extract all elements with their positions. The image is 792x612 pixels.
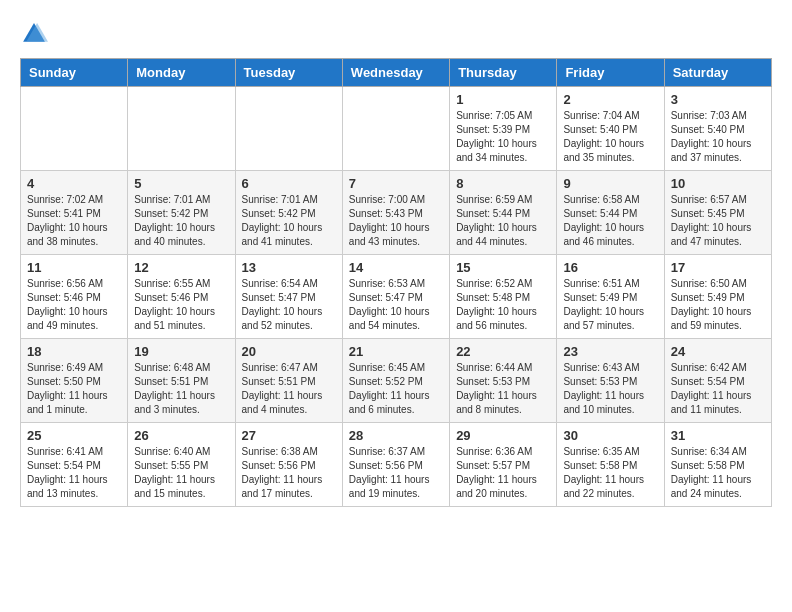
day-info: Sunrise: 6:41 AM Sunset: 5:54 PM Dayligh… — [27, 445, 121, 501]
calendar-week-row: 11Sunrise: 6:56 AM Sunset: 5:46 PM Dayli… — [21, 255, 772, 339]
day-number: 20 — [242, 344, 336, 359]
calendar-cell: 2Sunrise: 7:04 AM Sunset: 5:40 PM Daylig… — [557, 87, 664, 171]
day-number: 4 — [27, 176, 121, 191]
day-number: 17 — [671, 260, 765, 275]
day-number: 15 — [456, 260, 550, 275]
calendar-cell: 29Sunrise: 6:36 AM Sunset: 5:57 PM Dayli… — [450, 423, 557, 507]
day-info: Sunrise: 7:04 AM Sunset: 5:40 PM Dayligh… — [563, 109, 657, 165]
day-info: Sunrise: 6:36 AM Sunset: 5:57 PM Dayligh… — [456, 445, 550, 501]
day-number: 5 — [134, 176, 228, 191]
day-number: 18 — [27, 344, 121, 359]
calendar-cell: 3Sunrise: 7:03 AM Sunset: 5:40 PM Daylig… — [664, 87, 771, 171]
day-number: 3 — [671, 92, 765, 107]
day-number: 11 — [27, 260, 121, 275]
day-number: 22 — [456, 344, 550, 359]
day-info: Sunrise: 7:02 AM Sunset: 5:41 PM Dayligh… — [27, 193, 121, 249]
calendar-cell: 27Sunrise: 6:38 AM Sunset: 5:56 PM Dayli… — [235, 423, 342, 507]
day-number: 24 — [671, 344, 765, 359]
day-number: 31 — [671, 428, 765, 443]
calendar-cell: 23Sunrise: 6:43 AM Sunset: 5:53 PM Dayli… — [557, 339, 664, 423]
day-info: Sunrise: 6:56 AM Sunset: 5:46 PM Dayligh… — [27, 277, 121, 333]
calendar-cell: 20Sunrise: 6:47 AM Sunset: 5:51 PM Dayli… — [235, 339, 342, 423]
calendar-cell — [128, 87, 235, 171]
day-info: Sunrise: 6:38 AM Sunset: 5:56 PM Dayligh… — [242, 445, 336, 501]
day-info: Sunrise: 6:51 AM Sunset: 5:49 PM Dayligh… — [563, 277, 657, 333]
day-info: Sunrise: 7:01 AM Sunset: 5:42 PM Dayligh… — [134, 193, 228, 249]
day-number: 14 — [349, 260, 443, 275]
calendar-cell: 21Sunrise: 6:45 AM Sunset: 5:52 PM Dayli… — [342, 339, 449, 423]
day-info: Sunrise: 7:03 AM Sunset: 5:40 PM Dayligh… — [671, 109, 765, 165]
page-header — [20, 20, 772, 48]
day-number: 27 — [242, 428, 336, 443]
day-info: Sunrise: 7:05 AM Sunset: 5:39 PM Dayligh… — [456, 109, 550, 165]
calendar-cell: 30Sunrise: 6:35 AM Sunset: 5:58 PM Dayli… — [557, 423, 664, 507]
calendar-week-row: 1Sunrise: 7:05 AM Sunset: 5:39 PM Daylig… — [21, 87, 772, 171]
calendar-cell: 10Sunrise: 6:57 AM Sunset: 5:45 PM Dayli… — [664, 171, 771, 255]
day-number: 30 — [563, 428, 657, 443]
weekday-header: Saturday — [664, 59, 771, 87]
logo-icon — [20, 20, 48, 48]
day-info: Sunrise: 6:47 AM Sunset: 5:51 PM Dayligh… — [242, 361, 336, 417]
day-number: 7 — [349, 176, 443, 191]
weekday-header: Monday — [128, 59, 235, 87]
logo — [20, 20, 54, 48]
calendar-week-row: 4Sunrise: 7:02 AM Sunset: 5:41 PM Daylig… — [21, 171, 772, 255]
weekday-header: Sunday — [21, 59, 128, 87]
calendar-cell: 18Sunrise: 6:49 AM Sunset: 5:50 PM Dayli… — [21, 339, 128, 423]
day-info: Sunrise: 6:42 AM Sunset: 5:54 PM Dayligh… — [671, 361, 765, 417]
day-number: 9 — [563, 176, 657, 191]
calendar-week-row: 18Sunrise: 6:49 AM Sunset: 5:50 PM Dayli… — [21, 339, 772, 423]
day-info: Sunrise: 6:48 AM Sunset: 5:51 PM Dayligh… — [134, 361, 228, 417]
day-number: 26 — [134, 428, 228, 443]
calendar-cell: 7Sunrise: 7:00 AM Sunset: 5:43 PM Daylig… — [342, 171, 449, 255]
day-info: Sunrise: 6:49 AM Sunset: 5:50 PM Dayligh… — [27, 361, 121, 417]
calendar-cell: 1Sunrise: 7:05 AM Sunset: 5:39 PM Daylig… — [450, 87, 557, 171]
day-number: 13 — [242, 260, 336, 275]
calendar-cell: 25Sunrise: 6:41 AM Sunset: 5:54 PM Dayli… — [21, 423, 128, 507]
calendar-cell — [235, 87, 342, 171]
calendar-cell: 9Sunrise: 6:58 AM Sunset: 5:44 PM Daylig… — [557, 171, 664, 255]
calendar-cell — [342, 87, 449, 171]
day-number: 29 — [456, 428, 550, 443]
day-number: 1 — [456, 92, 550, 107]
calendar-cell: 11Sunrise: 6:56 AM Sunset: 5:46 PM Dayli… — [21, 255, 128, 339]
calendar-cell: 26Sunrise: 6:40 AM Sunset: 5:55 PM Dayli… — [128, 423, 235, 507]
calendar-cell: 28Sunrise: 6:37 AM Sunset: 5:56 PM Dayli… — [342, 423, 449, 507]
day-number: 12 — [134, 260, 228, 275]
day-info: Sunrise: 6:35 AM Sunset: 5:58 PM Dayligh… — [563, 445, 657, 501]
day-number: 19 — [134, 344, 228, 359]
day-info: Sunrise: 6:50 AM Sunset: 5:49 PM Dayligh… — [671, 277, 765, 333]
day-number: 25 — [27, 428, 121, 443]
calendar-cell: 8Sunrise: 6:59 AM Sunset: 5:44 PM Daylig… — [450, 171, 557, 255]
calendar-cell: 15Sunrise: 6:52 AM Sunset: 5:48 PM Dayli… — [450, 255, 557, 339]
calendar-cell: 17Sunrise: 6:50 AM Sunset: 5:49 PM Dayli… — [664, 255, 771, 339]
calendar-cell: 22Sunrise: 6:44 AM Sunset: 5:53 PM Dayli… — [450, 339, 557, 423]
calendar-cell: 19Sunrise: 6:48 AM Sunset: 5:51 PM Dayli… — [128, 339, 235, 423]
weekday-header: Tuesday — [235, 59, 342, 87]
calendar-cell: 12Sunrise: 6:55 AM Sunset: 5:46 PM Dayli… — [128, 255, 235, 339]
calendar-cell: 6Sunrise: 7:01 AM Sunset: 5:42 PM Daylig… — [235, 171, 342, 255]
calendar-table: SundayMondayTuesdayWednesdayThursdayFrid… — [20, 58, 772, 507]
calendar-cell: 31Sunrise: 6:34 AM Sunset: 5:58 PM Dayli… — [664, 423, 771, 507]
day-number: 21 — [349, 344, 443, 359]
day-info: Sunrise: 6:43 AM Sunset: 5:53 PM Dayligh… — [563, 361, 657, 417]
day-info: Sunrise: 6:59 AM Sunset: 5:44 PM Dayligh… — [456, 193, 550, 249]
calendar-header-row: SundayMondayTuesdayWednesdayThursdayFrid… — [21, 59, 772, 87]
day-number: 23 — [563, 344, 657, 359]
calendar-cell: 5Sunrise: 7:01 AM Sunset: 5:42 PM Daylig… — [128, 171, 235, 255]
day-number: 10 — [671, 176, 765, 191]
day-info: Sunrise: 6:40 AM Sunset: 5:55 PM Dayligh… — [134, 445, 228, 501]
day-number: 6 — [242, 176, 336, 191]
day-info: Sunrise: 7:00 AM Sunset: 5:43 PM Dayligh… — [349, 193, 443, 249]
day-info: Sunrise: 7:01 AM Sunset: 5:42 PM Dayligh… — [242, 193, 336, 249]
calendar-week-row: 25Sunrise: 6:41 AM Sunset: 5:54 PM Dayli… — [21, 423, 772, 507]
day-info: Sunrise: 6:45 AM Sunset: 5:52 PM Dayligh… — [349, 361, 443, 417]
day-number: 8 — [456, 176, 550, 191]
calendar-cell: 13Sunrise: 6:54 AM Sunset: 5:47 PM Dayli… — [235, 255, 342, 339]
weekday-header: Thursday — [450, 59, 557, 87]
day-info: Sunrise: 6:34 AM Sunset: 5:58 PM Dayligh… — [671, 445, 765, 501]
calendar-cell: 16Sunrise: 6:51 AM Sunset: 5:49 PM Dayli… — [557, 255, 664, 339]
day-info: Sunrise: 6:44 AM Sunset: 5:53 PM Dayligh… — [456, 361, 550, 417]
calendar-cell: 14Sunrise: 6:53 AM Sunset: 5:47 PM Dayli… — [342, 255, 449, 339]
calendar-cell: 24Sunrise: 6:42 AM Sunset: 5:54 PM Dayli… — [664, 339, 771, 423]
